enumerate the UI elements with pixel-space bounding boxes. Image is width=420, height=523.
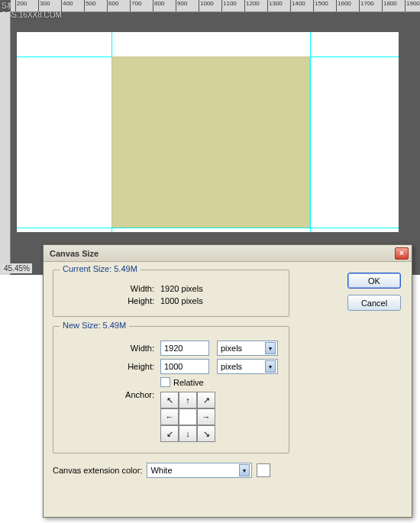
- extension-color-swatch[interactable]: [257, 463, 270, 477]
- dialog-body: OK Cancel Current Size: 5.49M Width: 192…: [44, 262, 412, 517]
- ruler-tick: 1100: [221, 0, 237, 12]
- height-unit-value: pixels: [221, 362, 242, 371]
- zoom-level[interactable]: 45.45%: [2, 263, 32, 273]
- anchor-se[interactable]: ↘: [197, 425, 215, 442]
- ok-label: OK: [368, 276, 380, 286]
- anchor-label: Anchor:: [61, 390, 160, 399]
- canvas-size-dialog: Canvas Size × OK Cancel Current Size: 5.…: [43, 244, 412, 518]
- ruler-tick: 700: [130, 0, 141, 12]
- anchor-n[interactable]: ↑: [179, 392, 197, 408]
- chevron-down-icon: ▾: [265, 360, 276, 373]
- new-height-label: Height:: [61, 362, 160, 371]
- chevron-down-icon: ▾: [265, 342, 276, 354]
- current-size-legend: Current Size: 5.49M: [60, 264, 141, 273]
- ruler-tick: 400: [61, 0, 73, 12]
- arrow-w-icon: ←: [166, 412, 174, 421]
- shape-rectangle[interactable]: [111, 56, 310, 228]
- cancel-button[interactable]: Cancel: [347, 295, 401, 311]
- ruler-tick: 900: [176, 0, 187, 12]
- anchor-ne[interactable]: ↗: [197, 392, 215, 408]
- ruler-tick: 1600: [336, 0, 351, 12]
- arrow-s-icon: ↓: [186, 429, 190, 438]
- ruler-tick: 1800: [382, 0, 397, 12]
- ruler-tick: 1300: [267, 0, 283, 12]
- ruler-tick: 1000: [199, 0, 214, 12]
- current-height-label: Height:: [61, 296, 160, 305]
- arrow-e-icon: →: [202, 412, 211, 421]
- current-width-label: Width:: [61, 284, 160, 293]
- ruler-tick: 1700: [359, 0, 374, 12]
- arrow-sw-icon: ↙: [166, 429, 173, 439]
- close-icon: ×: [399, 249, 404, 257]
- cancel-label: Cancel: [361, 299, 387, 308]
- extension-color-row: Canvas extension color: White ▾: [53, 463, 402, 478]
- ruler-vertical: [0, 12, 11, 275]
- relative-checkbox[interactable]: [160, 377, 170, 387]
- width-unit-value: pixels: [221, 344, 242, 353]
- anchor-grid: ↖ ↑ ↗ ← → ↙ ↓ ↘: [160, 392, 215, 442]
- new-size-legend: New Size: 5.49M: [60, 321, 129, 330]
- ruler-tick: 600: [107, 0, 118, 12]
- ruler-horizontal: 2003004005006007008009001000110012001300…: [11, 0, 420, 12]
- extension-color-label: Canvas extension color:: [53, 466, 147, 475]
- current-size-group: Current Size: 5.49M Width: 1920 pixels H…: [53, 270, 289, 317]
- anchor-nw[interactable]: ↖: [160, 392, 179, 408]
- dialog-titlebar[interactable]: Canvas Size ×: [44, 245, 412, 262]
- new-height-input[interactable]: [160, 359, 209, 374]
- extension-color-select[interactable]: White ▾: [147, 463, 252, 478]
- width-unit-select[interactable]: pixels ▾: [217, 341, 278, 356]
- current-width-value: 1920 pixels: [160, 284, 203, 293]
- ruler-tick: 1900: [405, 0, 420, 12]
- ruler-tick: 1200: [244, 0, 260, 12]
- close-button[interactable]: ×: [395, 247, 409, 260]
- guide-horizontal[interactable]: [17, 228, 399, 228]
- ruler-tick: 1500: [313, 0, 328, 12]
- arrow-n-icon: ↑: [186, 395, 190, 405]
- anchor-sw[interactable]: ↙: [160, 425, 179, 442]
- height-unit-select[interactable]: pixels ▾: [217, 359, 278, 374]
- document-canvas[interactable]: [17, 32, 399, 232]
- new-width-label: Width:: [61, 344, 160, 353]
- arrow-nw-icon: ↖: [166, 395, 173, 405]
- arrow-ne-icon: ↗: [203, 395, 210, 405]
- dialog-button-column: OK Cancel: [347, 273, 401, 311]
- extension-color-value: White: [150, 466, 172, 475]
- anchor-center[interactable]: [179, 408, 197, 425]
- ruler-tick: 200: [15, 0, 27, 12]
- anchor-s[interactable]: ↓: [179, 425, 197, 442]
- anchor-e[interactable]: →: [197, 408, 215, 425]
- current-height-value: 1000 pixels: [160, 296, 203, 305]
- ruler-tick: 300: [38, 0, 50, 12]
- anchor-w[interactable]: ←: [160, 408, 179, 425]
- new-size-group: New Size: 5.49M Width: pixels ▾ Height: …: [53, 326, 289, 454]
- dialog-title: Canvas Size: [47, 249, 395, 258]
- arrow-se-icon: ↘: [203, 429, 210, 439]
- guide-vertical[interactable]: [310, 32, 311, 232]
- ruler-tick: 1400: [290, 0, 305, 12]
- chevron-down-icon: ▾: [239, 464, 250, 476]
- ruler-tick: 800: [153, 0, 164, 12]
- photoshop-workspace: S教程论坛 BBS.16XX8.COM 20030040050060070080…: [0, 0, 420, 275]
- ruler-tick: 500: [84, 0, 95, 12]
- relative-label: Relative: [173, 378, 204, 387]
- ok-button[interactable]: OK: [347, 273, 401, 289]
- new-width-input[interactable]: [160, 341, 209, 356]
